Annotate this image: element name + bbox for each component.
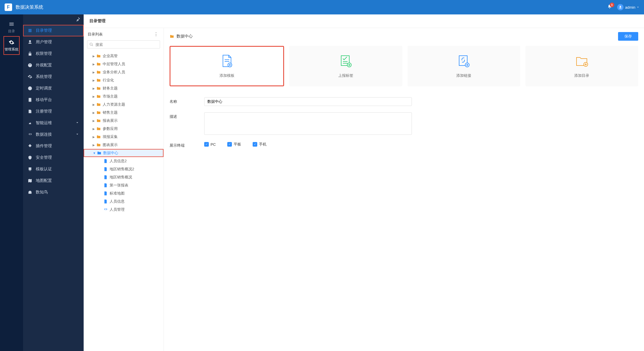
caret-icon: ▶ [92,87,95,90]
tree-item[interactable]: ▶参数应用 [84,125,164,133]
tree-item[interactable]: ▶销售主题 [84,109,164,117]
directory-tree-panel: 目录列表 ⋮ ▶企业高管▶中层管理人员▶业务分析人员▶行业化▶财务主题▶市场主题… [84,28,164,351]
tree-item-label: 业务分析人员 [103,70,125,75]
sidebar-item-label: 用户管理 [36,40,52,45]
sidebar-item-label: 地图配置 [36,178,52,183]
sidebar-item-mapcfg[interactable]: 地图配置 [23,175,84,186]
tree-item-label: 报表展示 [103,118,118,123]
chevron-down-icon [76,132,79,137]
pin-toggle-icon[interactable] [76,17,80,23]
tree-item[interactable]: ▶中层管理人员 [84,60,164,68]
caret-icon: ▼ [93,152,96,155]
tree-item[interactable]: 地区销售概况 [84,173,164,181]
sidebar-item-security[interactable]: 安全管理 [23,152,84,163]
tree-item-label: 第一张报表 [110,183,128,188]
tree-item-label: 标准地图 [110,191,125,196]
tree-item[interactable]: ▶企业高管 [84,52,164,60]
sidebar-item-label: 安全管理 [36,155,52,160]
sidebar-item-schedule[interactable]: 定时调度 [23,83,84,94]
sidebar-item-label: 权限管理 [36,51,52,56]
tree-item[interactable]: 第一张报表 [84,181,164,189]
sidebar-item-aiops[interactable]: 智能运维 [23,117,84,129]
save-button[interactable]: 保存 [618,32,638,41]
sidebar-item-register[interactable]: 注册管理 [23,106,84,117]
tplcert-icon [28,167,32,171]
tree-item[interactable]: ▶财务主题 [84,84,164,92]
tree-item-label: 中层管理人员 [103,61,125,67]
checkbox-tablet[interactable]: 平板 [227,142,241,147]
tree-item[interactable]: 人员信息 [84,197,164,206]
user-icon [28,40,32,44]
desc-input[interactable] [204,112,412,135]
checkbox-label: 平板 [234,142,241,147]
tree-item[interactable]: ▶报表展示 [84,117,164,125]
tree-title: 目录列表 [88,32,153,37]
tree-item[interactable]: ▶行业化 [84,76,164,84]
caret-icon: ▶ [92,55,95,58]
sidebar-item-sysmgr[interactable]: 系统管理 [23,71,84,83]
folder-icon [170,34,174,39]
sidebar-item-mobile[interactable]: 移动平台 [23,94,84,106]
tree-item[interactable]: ▶人力资源主题 [84,100,164,109]
caret-icon: ▶ [92,63,95,66]
notifications-button[interactable]: 9 [607,4,612,10]
main-content: 目录管理 目录列表 ⋮ ▶企业高管▶中层管理人员▶业务分析人员▶行业化▶财务主题… [84,14,644,351]
checkbox-phone[interactable]: 手机 [253,142,266,147]
user-menu[interactable]: admin [617,4,639,10]
tree-item[interactable]: 人员管理 [84,206,164,214]
sidebar-item-label: 数据连接 [36,132,52,137]
checkbox-icon [253,142,257,147]
sidebar-item-dataconn[interactable]: 数据连接 [23,129,84,140]
tree-item-label: 财务主题 [103,86,118,91]
sidebar-item-catalog[interactable]: 目录管理 [23,25,84,36]
caret-icon: ▶ [92,95,95,98]
tree-item-label: 填报采集 [103,134,118,139]
name-input[interactable] [204,97,412,106]
sidebar-item-tplcert[interactable]: 模板认证 [23,163,84,175]
sidebar-item-shuzhiniao[interactable]: 数知鸟 [23,186,84,198]
tree-item[interactable]: ▶图表展示 [84,141,164,149]
sidebar: 目录管理 用户管理 权限管理 外观配置 系统管理 定时调度 移动平台 注册管理 … [23,14,84,351]
mapcfg-icon [28,178,32,183]
mobile-icon [28,98,32,102]
tree-item[interactable]: ▶填报采集 [84,133,164,141]
rail-item-system[interactable]: 管理系统 [3,36,20,55]
card-add-dir[interactable]: 添加目录 [525,46,638,86]
sidebar-item-label: 系统管理 [36,74,52,79]
tree-item[interactable]: ▶业务分析人员 [84,68,164,76]
tree-item[interactable]: ▶市场主题 [84,92,164,100]
tree-item[interactable]: ▼数据中心 [84,149,164,157]
rail-item-directory[interactable]: 目录 [3,18,20,36]
detail-panel: 数据中心 保存 添加模板上报标签添加链接添加目录 名称 描述 [164,28,644,351]
sidebar-item-label: 数知鸟 [36,190,48,195]
card-report-tag[interactable]: 上报标签 [289,46,402,86]
perm-icon [28,51,32,56]
card-add-link[interactable]: 添加链接 [408,46,520,86]
sidebar-item-user[interactable]: 用户管理 [23,36,84,48]
caret-icon: ▶ [92,127,95,130]
sysmgr-icon [28,74,32,79]
sidebar-item-plugin[interactable]: 插件管理 [23,140,84,152]
tree-item[interactable]: 标准地图 [84,189,164,197]
chevron-down-icon [637,5,639,10]
notification-badge: 9 [610,3,614,7]
tree-more-button[interactable]: ⋮ [153,31,159,37]
appearance-icon [28,63,32,68]
desc-label: 描述 [170,112,204,119]
dataconn-icon [28,132,32,137]
sidebar-item-label: 移动平台 [36,97,52,102]
card-add-template[interactable]: 添加模板 [170,46,284,86]
sidebar-item-perm[interactable]: 权限管理 [23,48,84,59]
card-label: 上报标签 [338,73,353,78]
caret-icon: ▶ [92,119,95,122]
tree-item-label: 人员管理 [110,207,125,212]
avatar-icon [617,4,624,10]
sidebar-item-label: 注册管理 [36,109,52,114]
sidebar-item-appearance[interactable]: 外观配置 [23,59,84,71]
tree-item[interactable]: 人员信息2 [84,157,164,165]
tree-search-input[interactable] [87,40,160,48]
sidebar-item-label: 目录管理 [36,28,52,33]
directory-tree[interactable]: ▶企业高管▶中层管理人员▶业务分析人员▶行业化▶财务主题▶市场主题▶人力资源主题… [84,51,164,351]
tree-item[interactable]: 地区销售概况2 [84,165,164,173]
checkbox-pc[interactable]: PC [204,142,216,147]
